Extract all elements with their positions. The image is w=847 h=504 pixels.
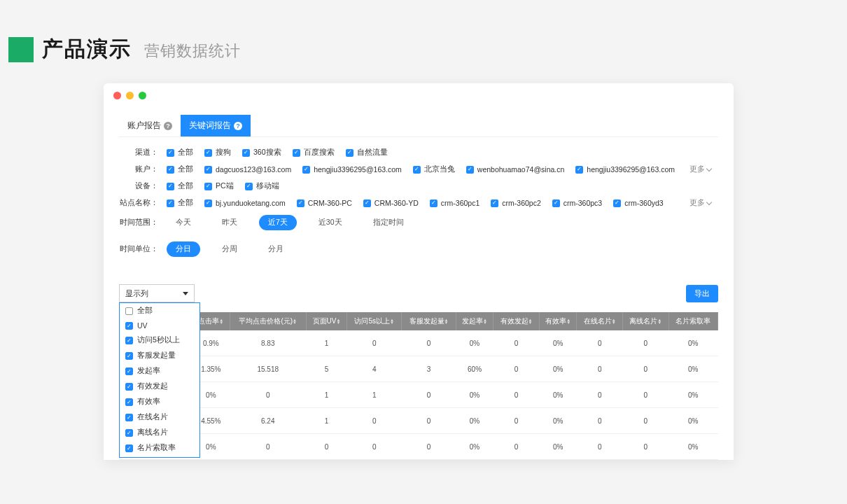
filter-opt[interactable]: ✓bj.yunduoketang.com: [204, 199, 286, 207]
table-header[interactable]: 发起率▲▼: [456, 312, 493, 330]
table-cell: 0%: [539, 382, 577, 408]
page-subtitle: 营销数据统计: [144, 41, 241, 62]
table-cell: 0: [623, 356, 669, 382]
table-header[interactable]: 页面UV▲▼: [306, 312, 346, 330]
table-header[interactable]: 客服发起量▲▼: [402, 312, 456, 330]
table-cell: 0: [623, 382, 669, 408]
filter-opt[interactable]: ✓搜狗: [204, 148, 231, 158]
filter-opt[interactable]: ✓CRM-360-PC: [297, 199, 352, 207]
filter-opt[interactable]: ✓crm-360pc3: [552, 199, 602, 207]
filter-opt[interactable]: ✓PC端: [204, 181, 234, 191]
table-cell: 0: [347, 434, 402, 460]
table-cell: 0: [493, 382, 540, 408]
table-header[interactable]: 平均点击价格(元)▲▼: [230, 312, 306, 330]
table-cell: 0%: [668, 408, 718, 434]
more-button[interactable]: 更多: [690, 164, 718, 174]
range-opt-yesterday[interactable]: 昨天: [213, 215, 246, 230]
filter-opt[interactable]: ✓crm-360yd3: [613, 199, 663, 207]
table-header[interactable]: 离线名片▲▼: [623, 312, 669, 330]
range-opt-today[interactable]: 今天: [167, 215, 200, 230]
filter-opt[interactable]: ✓自然流量: [346, 148, 388, 158]
table-cell: 0%: [456, 382, 493, 408]
column-opt[interactable]: ✓UV: [120, 318, 200, 332]
minimize-icon[interactable]: [126, 92, 134, 99]
column-opt[interactable]: ✓客服发起量: [120, 348, 200, 363]
table-cell: 1: [347, 382, 402, 408]
table-cell: 0: [577, 330, 623, 356]
table-header[interactable]: 访问5s以上▲▼: [347, 312, 402, 330]
filter-opt[interactable]: ✓crm-360pc2: [491, 199, 540, 207]
tab-label: 账户报告: [127, 120, 161, 132]
column-opt[interactable]: ✓离线名片: [120, 425, 200, 440]
table-cell: 0: [493, 434, 540, 460]
column-opt[interactable]: 有效名片: [120, 456, 200, 458]
table-cell: 4: [347, 356, 402, 382]
sort-icon: ▲▼: [390, 318, 394, 324]
table-cell: 0%: [456, 434, 493, 460]
filter-device: 设备： ✓全部 ✓PC端 ✓移动端: [119, 178, 718, 195]
table-cell: 0: [402, 434, 456, 460]
help-icon[interactable]: ?: [234, 122, 242, 130]
table-cell: 0: [577, 408, 623, 434]
range-opt-30d[interactable]: 近30天: [309, 215, 351, 230]
unit-opt-week[interactable]: 分周: [213, 241, 246, 257]
more-button[interactable]: 更多: [690, 198, 718, 208]
filter-opt-all[interactable]: ✓全部: [167, 198, 193, 208]
filter-opt[interactable]: ✓360搜索: [242, 148, 281, 158]
filter-opt[interactable]: ✓hengjiu3396295@163.com: [302, 165, 402, 174]
unit-opt-month[interactable]: 分月: [259, 241, 293, 257]
column-selector-button[interactable]: 显示列: [119, 284, 195, 302]
table-cell: 1: [306, 408, 346, 434]
maximize-icon[interactable]: [139, 92, 146, 99]
filter-opt-all[interactable]: ✓全部: [167, 181, 193, 191]
filter-time-unit: 时间单位： 分日 分周 分月: [119, 238, 718, 260]
filter-opt[interactable]: ✓wenbohuamao74@sina.cn: [466, 165, 565, 174]
filter-opt[interactable]: ✓北京当兔: [413, 164, 455, 174]
filter-opt[interactable]: ✓百度搜索: [293, 148, 335, 158]
column-opt[interactable]: ✓有效率: [120, 394, 200, 410]
sort-icon: ▲▼: [293, 318, 297, 324]
table-header[interactable]: 名片索取率: [668, 312, 718, 330]
table-cell: 0: [577, 382, 623, 408]
close-icon[interactable]: [113, 92, 121, 99]
table-header[interactable]: 有效率▲▼: [539, 312, 577, 330]
table-row: bj-云朵课堂0%00000%00%000%: [119, 434, 718, 460]
table-cell: 0%: [456, 408, 493, 434]
range-opt-7d[interactable]: 近7天: [259, 215, 297, 230]
filter-opt-all[interactable]: ✓全部: [167, 148, 193, 158]
column-opt[interactable]: ✓在线名片: [120, 410, 200, 425]
table-header[interactable]: 在线名片▲▼: [577, 312, 623, 330]
filter-opt[interactable]: ✓CRM-360-YD: [363, 199, 419, 207]
tab-account-report[interactable]: 账户报告 ?: [119, 115, 181, 136]
sort-icon: ▲▼: [444, 318, 449, 324]
help-icon[interactable]: ?: [164, 122, 172, 130]
export-button[interactable]: 导出: [686, 285, 718, 302]
chevron-down-icon: [706, 166, 712, 172]
range-opt-custom[interactable]: 指定时间: [364, 215, 413, 230]
filter-opt[interactable]: ✓移动端: [245, 181, 279, 191]
table-header[interactable]: 有效发起▲▼: [493, 312, 540, 330]
table-cell: 3: [402, 356, 456, 382]
filter-time-range: 时间范围： 今天 昨天 近7天 近30天 指定时间: [119, 211, 718, 234]
column-opt[interactable]: ✓访问5秒以上: [120, 332, 200, 348]
table-cell: 0: [347, 330, 402, 356]
filter-opt-all[interactable]: ✓全部: [167, 164, 193, 174]
table-header-row: 账户 月▲▼ 点击率▲▼ 平均点击价格(元)▲▼ 页面UV▲▼ 访问5s以上▲▼…: [119, 312, 718, 330]
filter-opt[interactable]: ✓crm-360pc1: [430, 199, 479, 207]
table-cell: 0%: [668, 382, 718, 408]
filter-opt[interactable]: ✓dagcuos123@163.com: [204, 165, 291, 174]
page-title-bar: 产品演示 营销数据统计: [0, 0, 847, 83]
column-opt[interactable]: ✓名片索取率: [120, 440, 200, 456]
table-cell: 0%: [456, 330, 493, 356]
sort-icon: ▲▼: [483, 318, 487, 324]
filter-channel: 渠道： ✓全部 ✓搜狗 ✓360搜索 ✓百度搜索 ✓自然流量: [119, 144, 718, 161]
column-opt[interactable]: 全部: [120, 303, 200, 318]
filter-opt[interactable]: ✓hengjiu3396295@163.com: [575, 165, 675, 174]
column-selector[interactable]: 显示列 全部 ✓UV ✓访问5秒以上 ✓客服发起量 ✓发起率 ✓有效发起 ✓有效…: [119, 284, 195, 302]
unit-opt-day[interactable]: 分日: [167, 241, 200, 257]
sort-icon: ▲▼: [528, 318, 533, 324]
column-opt[interactable]: ✓有效发起: [120, 379, 200, 394]
tab-keyword-report[interactable]: 关键词报告 ?: [181, 115, 251, 136]
column-opt[interactable]: ✓发起率: [120, 363, 200, 379]
table-row: bj-云朵课堂1.35%15.51854360%00%000%: [119, 356, 718, 382]
